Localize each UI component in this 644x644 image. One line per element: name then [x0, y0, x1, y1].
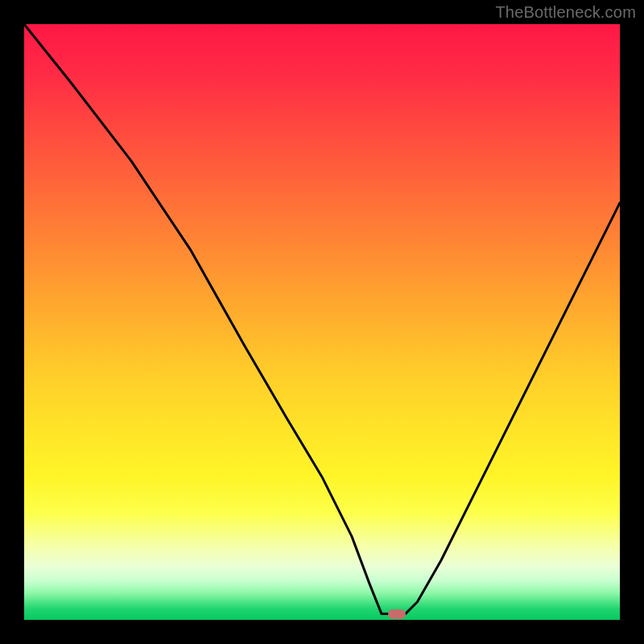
- bottleneck-curve: [24, 24, 620, 620]
- attribution-text: TheBottleneck.com: [495, 3, 636, 22]
- x-axis: [24, 620, 620, 623]
- y-axis: [21, 24, 24, 620]
- plot-area: [24, 24, 620, 620]
- optimum-marker: [388, 609, 406, 619]
